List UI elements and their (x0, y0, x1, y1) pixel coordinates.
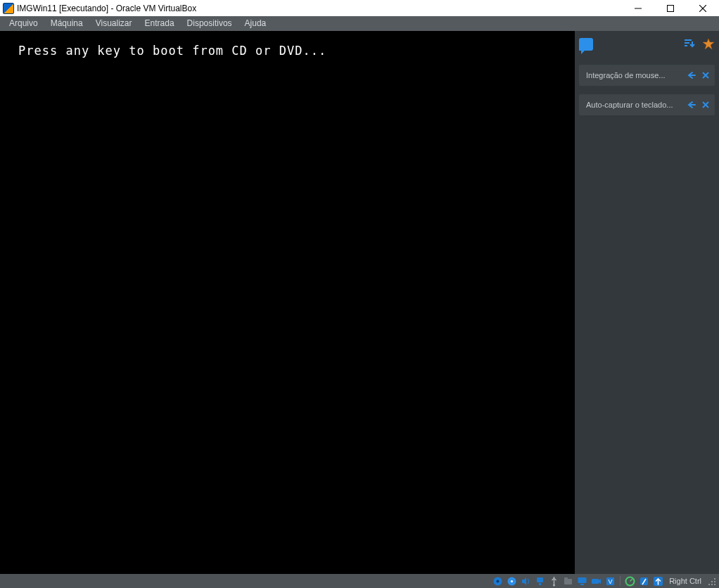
mouse-integration-icon[interactable] (638, 575, 650, 587)
network-icon[interactable] (534, 575, 546, 587)
menu-dispositivos[interactable]: Dispositivos (181, 16, 238, 31)
menu-ajuda[interactable]: Ajuda (238, 16, 273, 31)
notification-panel: Integração de mouse... Auto-capturar o t… (575, 31, 719, 574)
display-icon[interactable] (576, 575, 588, 587)
sort-notifications-icon[interactable] (684, 39, 695, 50)
svg-rect-16 (537, 577, 543, 582)
svg-marker-7 (703, 39, 714, 49)
keyboard-capture-icon[interactable] (652, 575, 664, 587)
notification-back-icon[interactable] (687, 70, 696, 80)
svg-rect-21 (578, 577, 587, 583)
svg-point-15 (511, 580, 513, 582)
notification-panel-header (579, 37, 715, 52)
svg-rect-20 (564, 577, 568, 580)
video-capture-icon[interactable]: V (604, 575, 616, 587)
notification-back-icon[interactable] (687, 100, 696, 110)
notification-mouse-integration[interactable]: Integração de mouse... (579, 65, 715, 86)
statusbar: V Right Ctrl (0, 574, 719, 588)
notification-keyboard-capture[interactable]: Auto-capturar o teclado... (579, 94, 715, 115)
optical-disc-icon[interactable] (506, 575, 518, 587)
minimize-button[interactable] (622, 0, 654, 16)
window-title: IMGWin11 [Executando] - Oracle VM Virtua… (17, 4, 196, 13)
window-titlebar: IMGWin11 [Executando] - Oracle VM Virtua… (0, 0, 719, 16)
close-button[interactable] (687, 0, 719, 16)
svg-rect-19 (564, 579, 572, 584)
svg-rect-22 (580, 584, 584, 585)
svg-point-13 (497, 580, 500, 582)
clear-notifications-icon[interactable] (702, 38, 715, 51)
notification-close-icon[interactable] (701, 100, 711, 110)
notification-close-icon[interactable] (701, 70, 711, 80)
svg-rect-4 (685, 39, 692, 41)
menu-entrada[interactable]: Entrada (139, 16, 181, 31)
svg-point-18 (553, 584, 555, 586)
svg-rect-1 (668, 5, 674, 11)
statusbar-separator (620, 576, 621, 586)
menubar: Arquivo Máquina Visualizar Entrada Dispo… (0, 16, 719, 31)
svg-rect-6 (685, 45, 687, 46)
audio-icon[interactable] (520, 575, 532, 587)
menu-visualizar[interactable]: Visualizar (89, 16, 139, 31)
resize-grip[interactable] (708, 576, 716, 586)
host-key-indicator: Right Ctrl (666, 577, 703, 585)
maximize-button[interactable] (654, 0, 687, 16)
recording-icon[interactable] (590, 575, 602, 587)
notification-label: Integração de mouse... (586, 71, 682, 79)
menu-arquivo[interactable]: Arquivo (3, 16, 44, 31)
cpu-activity-icon[interactable] (624, 575, 636, 587)
vm-console[interactable]: Press any key to boot from CD or DVD... (0, 31, 575, 574)
usb-icon[interactable] (548, 575, 560, 587)
svg-rect-23 (592, 579, 599, 584)
menu-maquina[interactable]: Máquina (44, 16, 89, 31)
main-area: Press any key to boot from CD or DVD... (0, 31, 719, 574)
svg-rect-5 (685, 42, 689, 44)
svg-text:V: V (609, 578, 613, 585)
window-controls (622, 0, 719, 16)
notification-label: Auto-capturar o teclado... (586, 101, 682, 109)
notifications-icon[interactable] (579, 38, 593, 51)
shared-folder-icon[interactable] (562, 575, 574, 587)
svg-rect-17 (539, 583, 541, 585)
virtualbox-app-icon (3, 3, 14, 14)
hard-disk-icon[interactable] (492, 575, 504, 587)
